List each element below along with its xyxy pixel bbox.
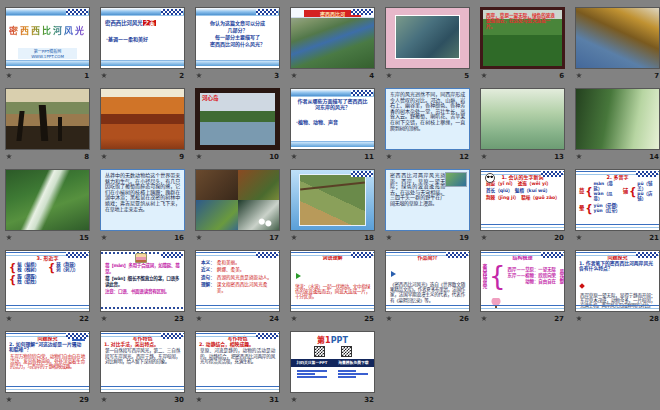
slide-2-canvas[interactable]: 密西西比河风光之美 ·基调——柔和美好 [100, 7, 185, 69]
transition-star-icon[interactable] [576, 154, 582, 160]
transition-star-icon[interactable] [196, 73, 202, 79]
slide-thumb-3[interactable]: 你认为这篇文章可以分成 几部分？ 每一部分主要描写了 密西西比河的什么风光？ 3 [195, 7, 280, 81]
transition-star-icon[interactable] [101, 397, 107, 403]
transition-star-icon[interactable] [291, 397, 297, 403]
transition-star-icon[interactable] [481, 73, 487, 79]
slide-29-canvas[interactable]: 问题探究 2. 如何理解“河这边却是一片骚动和聒噪”？ 东岸万物欣欣向荣，动物们… [5, 331, 90, 393]
slide-6-canvas[interactable]: 西岸，草原一望无际，绿色的波浪逶迤而去，在远处与蓝天连成一片。 [480, 7, 565, 69]
slide-thumb-8[interactable]: 8 [5, 88, 90, 162]
slide-thumb-30[interactable]: 写作特色 1. 对比手法，突出特点。 第一自然段写西岸风光，第二、三自然段写东岸… [100, 331, 185, 405]
transition-star-icon[interactable] [291, 73, 297, 79]
transition-star-icon[interactable] [386, 73, 392, 79]
slide-thumb-29[interactable]: 问题探究 2. 如何理解“河这边却是一片骚动和聒噪”？ 东岸万物欣欣向荣，动物们… [5, 331, 90, 405]
transition-star-icon[interactable] [481, 154, 487, 160]
transition-star-icon[interactable] [6, 154, 12, 160]
slide-thumb-27[interactable]: 结构梳理 密西西比河风光 { 西岸——草原：一望无际 东岸——植物：欣欣向荣 动… [480, 250, 565, 324]
transition-star-icon[interactable] [101, 235, 107, 241]
slide-15-canvas[interactable] [5, 169, 90, 231]
slide-meta: 9 [100, 150, 185, 162]
transition-star-icon[interactable] [6, 316, 12, 322]
slide-thumb-9[interactable]: 9 [100, 88, 185, 162]
slide-thumb-16[interactable]: 丛莽中的无数动物给这个世界带来魅力和生气。在小径尽头，有几只因吃饱了葡萄而醉态可… [100, 169, 185, 243]
slide-32-canvas[interactable]: 第1PPT 扫码关注第一PPT 海量模板免费下载 [290, 331, 375, 393]
slide-thumb-19[interactable]: 密西西比河两岸风光旖旎。西岸，草原一望无际；绿色的波浪逶迤而去，在远处与天穹相接… [385, 169, 470, 243]
slide-4-canvas[interactable]: 密西西比河 [290, 7, 375, 69]
slide-26-canvas[interactable]: 作品简介 《密西西比河风光》选自《世界散文随笔精品文库》。作者夏多布里昂，法国作… [385, 250, 470, 312]
slide-31-canvas[interactable]: 写作特色 2. 动静结合，相映成趣。 草原、河流是静的，动物的活动是动的。动静结… [195, 331, 280, 393]
slide-28-canvas[interactable]: 问题探究 1. 作者笔下的密西西比河两岸风光各有什么特点？ 西岸草原一望无际，显… [575, 250, 660, 312]
qr-code-icon [341, 346, 352, 357]
slide-thumb-5[interactable]: 5 [385, 7, 470, 81]
slide-17-canvas[interactable] [195, 169, 280, 231]
slide-27-canvas[interactable]: 结构梳理 密西西比河风光 { 西岸——草原：一望无际 东岸——植物：欣欣向荣 动… [480, 250, 565, 312]
slide-thumb-7[interactable]: 7 [575, 7, 660, 81]
slide-thumb-15[interactable]: 15 [5, 169, 90, 243]
slide-7-canvas[interactable] [575, 7, 660, 69]
slide-thumb-2[interactable]: 密西西比河风光之美 ·基调——柔和美好 2 [100, 7, 185, 81]
slide-thumb-18[interactable]: 18 [290, 169, 375, 243]
slide-30-canvas[interactable]: 写作特色 1. 对比手法，突出特点。 第一自然段写西岸风光，第二、三自然段写东岸… [100, 331, 185, 393]
slide-18-canvas[interactable] [290, 169, 375, 231]
slide-5-canvas[interactable] [385, 7, 470, 69]
slide-20-canvas[interactable]: 1. 会认的生字新词 旖旎（yǐ nǐ） 逶迤（wēi yí） 酋长（qiú） … [480, 169, 565, 231]
slide-thumb-13[interactable]: 13 [480, 88, 565, 162]
slide-14-canvas[interactable] [575, 88, 660, 150]
entry: 槐（槐树） [17, 267, 39, 272]
slide-12-canvas[interactable]: 东岸的风光迥然不同，同西岸形成令人赞叹的对比。河边、山巅、岩石上、幽谷里，各种颜… [385, 88, 470, 150]
slide-25-canvas[interactable]: 词语理解 荡漾：（水波）一起一伏地动。文中指绿色的波浪逶迤而去，同蓝天连成一片，… [290, 250, 375, 312]
slide-thumb-20[interactable]: 1. 会认的生字新词 旖旎（yǐ nǐ） 逶迤（wēi yí） 酋长（qiú） … [480, 169, 565, 243]
slide-24-canvas[interactable]: 本义：柔和美丽。 近义：婀娜、柔美。 造句：西湖的风光真是旖旎动人。 理解：课文… [195, 250, 280, 312]
transition-star-icon[interactable] [6, 73, 12, 79]
slide-thumb-28[interactable]: 问题探究 1. 作者笔下的密西西比河两岸风光各有什么特点？ 西岸草原一望无际，显… [575, 250, 660, 324]
slide-thumb-21[interactable]: 2. 多音字 蔓 { màn（蔓延） wàn（瓜蔓） 铺 { pū（铺盖） pù… [575, 169, 660, 243]
slide-thumb-17[interactable]: 17 [195, 169, 280, 243]
transition-star-icon[interactable] [481, 316, 487, 322]
slide-thumb-4[interactable]: 密西西比河 4 [290, 7, 375, 81]
slide-19-canvas[interactable]: 密西西比河两岸风光旖旎。西岸，草原一望无际；绿色的波浪逶迤而去，在远处与天穹相接… [385, 169, 470, 231]
transition-star-icon[interactable] [6, 397, 12, 403]
slide-thumb-24[interactable]: 本义：柔和美丽。 近义：婀娜、柔美。 造句：西湖的风光真是旖旎动人。 理解：课文… [195, 250, 280, 324]
slide-thumb-14[interactable]: 14 [575, 88, 660, 162]
slide-thumb-11[interactable]: 作者从哪些方面描写了密西西比河东岸的风光？ ·植物、动物、声音 11 [290, 88, 375, 162]
slide-11-canvas[interactable]: 作者从哪些方面描写了密西西比河东岸的风光？ ·植物、动物、声音 [290, 88, 375, 150]
slide-thumb-26[interactable]: 作品简介 《密西西比河风光》选自《世界散文随笔精品文库》。作者夏多布里昂，法国作… [385, 250, 470, 324]
transition-star-icon[interactable] [576, 235, 582, 241]
slide-22-canvas[interactable]: 3. 形近字 { 魁（魁梧） 槐（槐树） { 棘（荆棘） 刺（刺刀） { 躅（踯… [5, 250, 90, 312]
transition-star-icon[interactable] [576, 73, 582, 79]
transition-star-icon[interactable] [101, 154, 107, 160]
transition-star-icon[interactable] [386, 154, 392, 160]
slide-thumb-12[interactable]: 东岸的风光迥然不同，同西岸形成令人赞叹的对比。河边、山巅、岩石上、幽谷里，各种颜… [385, 88, 470, 162]
transition-star-icon[interactable] [291, 154, 297, 160]
transition-star-icon[interactable] [386, 235, 392, 241]
transition-star-icon[interactable] [386, 316, 392, 322]
transition-star-icon[interactable] [196, 154, 202, 160]
transition-star-icon[interactable] [291, 316, 297, 322]
slide-thumb-31[interactable]: 写作特色 2. 动静结合，相映成趣。 草原、河流是静的，动物的活动是动的。动静结… [195, 331, 280, 405]
transition-star-icon[interactable] [576, 316, 582, 322]
slide-1-canvas[interactable]: 密西西比河风光 第一PPT模板网 WWW.1PPT.COM [5, 7, 90, 69]
slide-21-canvas[interactable]: 2. 多音字 蔓 { màn（蔓延） wàn（瓜蔓） 铺 { pū（铺盖） pù… [575, 169, 660, 231]
transition-star-icon[interactable] [196, 397, 202, 403]
transition-star-icon[interactable] [101, 316, 107, 322]
slide-thumb-1[interactable]: 密西西比河风光 第一PPT模板网 WWW.1PPT.COM 1 [5, 7, 90, 81]
slide-8-canvas[interactable] [5, 88, 90, 150]
slide-13-canvas[interactable] [480, 88, 565, 150]
transition-star-icon[interactable] [6, 235, 12, 241]
slide-thumb-25[interactable]: 词语理解 荡漾：（水波）一起一伏地动。文中指绿色的波浪逶迤而去，同蓝天连成一片，… [290, 250, 375, 324]
slide-23-canvas[interactable]: 蔓【màn】多用于合成词，如蔓延、蔓草。 蔓【wàn】细长不能直立的茎，口语多读… [100, 250, 185, 312]
slide-10-canvas[interactable]: 河心岛 [195, 88, 280, 150]
slide-16-canvas[interactable]: 丛莽中的无数动物给这个世界带来魅力和生气。在小径尽头，有几只因吃饱了葡萄而醉态可… [100, 169, 185, 231]
slide-thumb-23[interactable]: 蔓【màn】多用于合成词，如蔓延、蔓草。 蔓【wàn】细长不能直立的茎，口语多读… [100, 250, 185, 324]
transition-star-icon[interactable] [291, 235, 297, 241]
slide-thumb-6[interactable]: 西岸，草原一望无际，绿色的波浪逶迤而去，在远处与蓝天连成一片。 6 [480, 7, 565, 81]
transition-star-icon[interactable] [196, 316, 202, 322]
slide-thumb-22[interactable]: 3. 形近字 { 魁（魁梧） 槐（槐树） { 棘（荆棘） 刺（刺刀） { 躅（踯… [5, 250, 90, 324]
slide-thumb-10[interactable]: 河心岛 10 [195, 88, 280, 162]
transition-star-icon[interactable] [101, 73, 107, 79]
title-highlight: 之美 [143, 20, 156, 26]
slide-thumb-32[interactable]: 第1PPT 扫码关注第一PPT 海量模板免费下载 [290, 331, 375, 405]
transition-star-icon[interactable] [196, 235, 202, 241]
slide-3-canvas[interactable]: 你认为这篇文章可以分成 几部分？ 每一部分主要描写了 密西西比河的什么风光？ [195, 7, 280, 69]
transition-star-icon[interactable] [481, 235, 487, 241]
slide-9-canvas[interactable] [100, 88, 185, 150]
